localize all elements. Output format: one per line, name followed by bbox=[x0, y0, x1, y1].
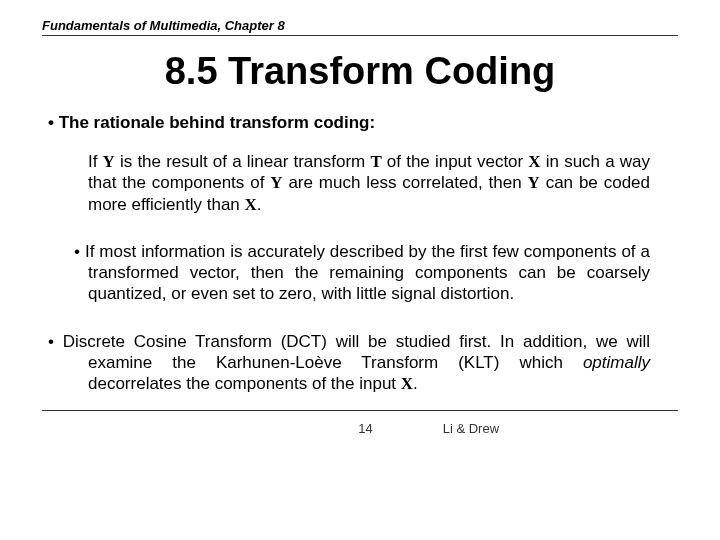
chapter-header: Fundamentals of Multimedia, Chapter 8 bbox=[42, 18, 678, 35]
text: If bbox=[88, 152, 103, 171]
emphasis-optimally: optimally bbox=[583, 353, 650, 372]
bottom-rule bbox=[42, 410, 678, 411]
top-rule bbox=[42, 35, 678, 36]
text: decorrelates the components of the input bbox=[88, 374, 401, 393]
var-Y: Y bbox=[103, 152, 115, 171]
var-X: X bbox=[528, 152, 540, 171]
text: . bbox=[413, 374, 418, 393]
text: of the input vector bbox=[382, 152, 529, 171]
text: is the result of a linear transform bbox=[115, 152, 371, 171]
footer: 14 Li & Drew bbox=[42, 421, 678, 436]
rationale-paragraph: If Y is the result of a linear transform… bbox=[88, 151, 650, 215]
bullet-information: • If most information is accurately desc… bbox=[60, 241, 650, 305]
var-T: T bbox=[370, 152, 381, 171]
text: . bbox=[257, 195, 262, 214]
var-Y: Y bbox=[527, 173, 539, 192]
var-X: X bbox=[245, 195, 257, 214]
var-Y: Y bbox=[270, 173, 282, 192]
bullet-dct-klt: • Discrete Cosine Transform (DCT) will b… bbox=[48, 331, 650, 395]
page-number: 14 bbox=[42, 421, 373, 436]
var-X: X bbox=[401, 374, 413, 393]
text: • Discrete Cosine Transform (DCT) will b… bbox=[48, 332, 650, 372]
authors: Li & Drew bbox=[373, 421, 678, 436]
page-title: 8.5 Transform Coding bbox=[42, 50, 678, 93]
bullet-rationale-heading: • The rationale behind transform coding: bbox=[48, 113, 672, 133]
text: • If most information is accurately desc… bbox=[60, 241, 650, 305]
text: are much less correlated, then bbox=[283, 173, 528, 192]
